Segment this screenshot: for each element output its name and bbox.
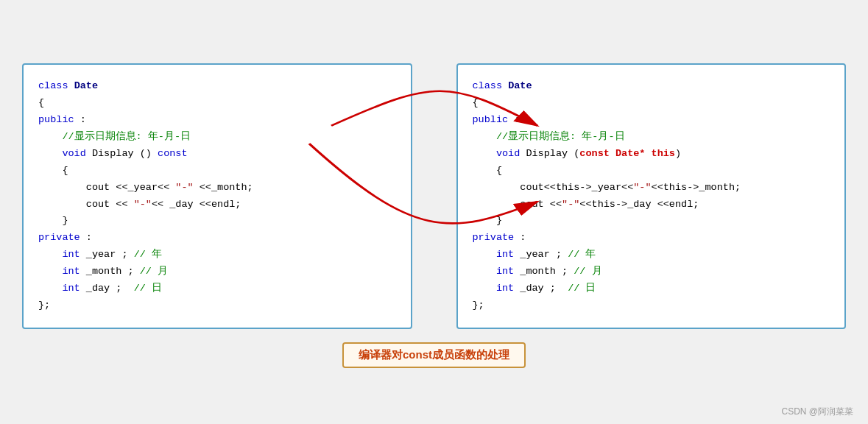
- code-panels: class Date { public : //显示日期信息: 年-月-日 vo…: [22, 63, 846, 329]
- r-line-12: int _month ; // 月: [473, 264, 830, 280]
- line-12: int _month ; // 月: [38, 264, 396, 280]
- r-line-2: {: [473, 95, 830, 112]
- r-line-11: int _year ; // 年: [473, 247, 830, 264]
- line-3: public :: [38, 112, 396, 129]
- line-2: {: [38, 95, 396, 112]
- caption-text: 编译器对const成员函数的处理: [359, 348, 509, 361]
- left-code-panel: class Date { public : //显示日期信息: 年-月-日 vo…: [22, 63, 412, 329]
- r-line-7: cout<<this->_year<<"-"<<this->_month;: [473, 180, 830, 197]
- line-1: class Date: [38, 78, 396, 95]
- r-line-3: public :: [473, 112, 830, 129]
- right-code-panel: class Date { public : //显示日期信息: 年-月-日 vo…: [456, 63, 847, 329]
- r-line-13: int _day ; // 日: [473, 280, 830, 297]
- line-6: {: [38, 163, 396, 180]
- r-line-4: //显示日期信息: 年-月-日: [473, 129, 830, 146]
- r-line-1: class Date: [473, 78, 830, 95]
- r-line-9: }: [473, 213, 830, 230]
- r-line-10: private :: [473, 230, 830, 247]
- r-line-8: cout <<"-"<<this->_day <<endl;: [473, 197, 830, 213]
- watermark: CSDN @阿润菜菜: [781, 406, 853, 418]
- r-line-5: void Display (const Date* this): [473, 146, 830, 163]
- caption-box: 编译器对const成员函数的处理: [342, 342, 526, 368]
- main-container: class Date { public : //显示日期信息: 年-月-日 vo…: [0, 49, 868, 375]
- line-14: };: [38, 297, 396, 314]
- line-7: cout <<_year<< "-" <<_month;: [38, 180, 396, 197]
- line-13: int _day ; // 日: [38, 280, 396, 297]
- line-11: int _year ; // 年: [38, 247, 396, 264]
- line-8: cout << "-"<< _day <<endl;: [38, 197, 396, 213]
- line-4: //显示日期信息: 年-月-日: [38, 129, 396, 146]
- line-5: void Display () const: [38, 146, 396, 163]
- r-line-14: };: [473, 297, 830, 314]
- line-9: }: [38, 213, 396, 230]
- r-line-6: {: [473, 163, 830, 180]
- line-10: private :: [38, 230, 396, 247]
